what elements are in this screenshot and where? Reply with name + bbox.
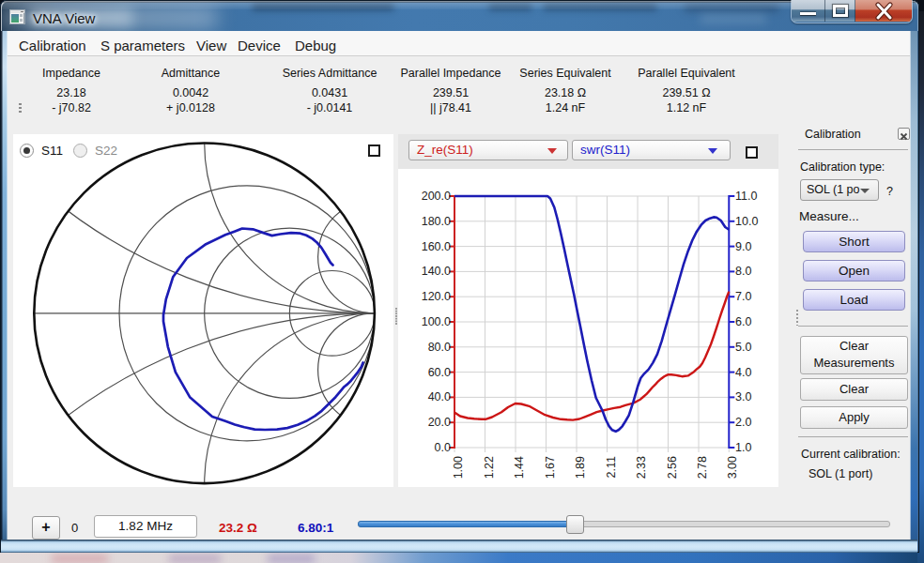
svg-text:6.0: 6.0: [735, 315, 751, 328]
svg-text:1.67: 1.67: [544, 456, 557, 479]
svg-text:160.0: 160.0: [422, 240, 451, 253]
svg-text:2.0: 2.0: [735, 416, 751, 429]
svg-text:3.00: 3.00: [726, 456, 739, 479]
svg-text:11.0: 11.0: [735, 190, 757, 203]
svg-text:140.0: 140.0: [422, 265, 451, 278]
svg-text:0.0: 0.0: [435, 441, 451, 454]
svg-text:2.11: 2.11: [605, 456, 618, 478]
svg-text:1.89: 1.89: [574, 456, 587, 479]
svg-text:200.0: 200.0: [422, 190, 451, 203]
svg-text:100.0: 100.0: [422, 315, 451, 328]
svg-text:10.0: 10.0: [735, 215, 758, 228]
svg-text:2.33: 2.33: [635, 456, 648, 479]
svg-text:120.0: 120.0: [422, 290, 451, 303]
svg-text:8.0: 8.0: [735, 265, 751, 278]
svg-text:60.0: 60.0: [428, 366, 451, 379]
svg-text:7.0: 7.0: [735, 290, 751, 303]
svg-text:1.0: 1.0: [735, 441, 751, 454]
svg-text:180.0: 180.0: [422, 215, 451, 228]
svg-text:1.22: 1.22: [483, 456, 496, 479]
svg-text:40.0: 40.0: [428, 390, 451, 403]
svg-text:2.78: 2.78: [696, 456, 709, 479]
svg-text:20.0: 20.0: [428, 416, 451, 429]
svg-text:4.0: 4.0: [735, 366, 751, 379]
svg-text:1.00: 1.00: [452, 456, 465, 479]
svg-text:3.0: 3.0: [735, 390, 751, 403]
svg-text:2.56: 2.56: [666, 456, 679, 479]
svg-text:80.0: 80.0: [428, 341, 451, 354]
svg-text:9.0: 9.0: [735, 240, 751, 253]
svg-text:5.0: 5.0: [735, 341, 751, 354]
svg-text:1.44: 1.44: [513, 456, 526, 479]
